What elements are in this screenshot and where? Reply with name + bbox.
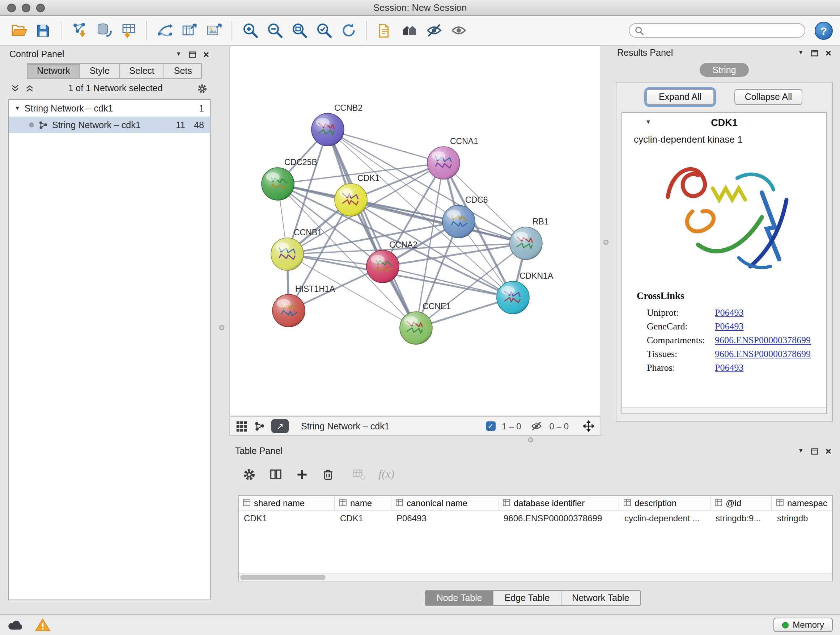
- collapse-panel-icon[interactable]: ▼: [798, 50, 804, 56]
- close-panel-icon[interactable]: ×: [203, 49, 209, 59]
- export-table-button[interactable]: [178, 19, 201, 42]
- column-header-shared-name[interactable]: shared name: [239, 496, 335, 510]
- tab-node-table[interactable]: Node Table: [425, 590, 494, 606]
- open-in-window-button[interactable]: ↗: [271, 419, 289, 433]
- tree-expand-caret[interactable]: ▼: [14, 105, 20, 111]
- zoom-selected-button[interactable]: [313, 19, 335, 42]
- splitter-handle[interactable]: [219, 325, 224, 330]
- hidden-eye-icon[interactable]: [531, 420, 543, 432]
- column-header-name[interactable]: name: [335, 496, 392, 510]
- table-row[interactable]: CDK1CDK1P064939606.ENSP00000378699cyclin…: [239, 511, 832, 526]
- zoom-fit-button[interactable]: [288, 19, 310, 42]
- warning-button[interactable]: [35, 618, 51, 632]
- tab-network-table[interactable]: Network Table: [561, 590, 641, 606]
- tab-edge-table[interactable]: Edge Table: [493, 590, 561, 606]
- gear-icon[interactable]: [197, 83, 208, 94]
- export-table-icon: [180, 22, 198, 39]
- network-node-cdc25b[interactable]: CDC25B: [262, 157, 317, 200]
- tab-network[interactable]: Network: [27, 63, 80, 79]
- float-panel-icon[interactable]: [811, 50, 818, 56]
- memory-button[interactable]: Memory: [773, 618, 833, 632]
- network-node-cdkn1a[interactable]: CDKN1A: [497, 271, 554, 314]
- splitter-handle[interactable]: [528, 437, 533, 442]
- column-header--id[interactable]: @id: [711, 496, 772, 510]
- crosslink-link[interactable]: P06493: [715, 307, 744, 318]
- network-node-cdk1[interactable]: CDK1: [335, 173, 379, 216]
- share-view-button[interactable]: [254, 421, 265, 432]
- column-header-namespac[interactable]: namespac: [772, 496, 833, 510]
- crosslink-link[interactable]: P06493: [715, 320, 744, 332]
- splitter-handle[interactable]: [603, 240, 608, 245]
- import-network-file-button[interactable]: [68, 19, 90, 42]
- export-image-button[interactable]: [202, 19, 225, 42]
- import-network-database-button[interactable]: [93, 19, 115, 42]
- collapse-all-icon[interactable]: [11, 84, 19, 93]
- network-graph[interactable]: CCNB2CCNA1CDC25BCDK1CDC6RB1CCNB1CCNA2CDK…: [230, 46, 600, 416]
- hide-selected-button[interactable]: [423, 19, 445, 42]
- create-column-button[interactable]: [295, 467, 309, 481]
- help-button[interactable]: ?: [815, 21, 833, 40]
- column-header-database-identifier[interactable]: database identifier: [499, 496, 619, 510]
- function-builder-button[interactable]: f(x): [378, 468, 394, 481]
- expand-all-button[interactable]: Expand All: [646, 89, 714, 105]
- table-cell[interactable]: cyclin-dependent ...: [619, 511, 711, 526]
- tab-sets[interactable]: Sets: [164, 63, 202, 79]
- horizontal-scrollbar[interactable]: [239, 573, 832, 581]
- table-cell[interactable]: P06493: [392, 511, 499, 526]
- table-cell[interactable]: CDK1: [335, 511, 392, 526]
- window-zoom-button[interactable]: [36, 3, 45, 12]
- table-cell[interactable]: stringdb: [772, 511, 833, 526]
- network-node-ccna1[interactable]: CCNA1: [427, 136, 478, 179]
- export-network-button[interactable]: [153, 19, 176, 42]
- table-options-button[interactable]: [242, 467, 256, 481]
- table-cell[interactable]: 9606.ENSP00000378699: [499, 511, 619, 526]
- crosslink-link[interactable]: 9606.ENSP00000378699: [715, 348, 811, 359]
- refresh-button[interactable]: [337, 19, 360, 42]
- string-tab[interactable]: String: [699, 63, 749, 77]
- expand-all-icon[interactable]: [25, 84, 34, 93]
- network-row[interactable]: String Network – cdk1 11 48: [9, 117, 210, 133]
- window-minimize-button[interactable]: [22, 3, 30, 12]
- scrollbar-thumb[interactable]: [240, 575, 325, 580]
- zoom-in-button[interactable]: [239, 19, 261, 42]
- crosslink-link[interactable]: 9606.ENSP00000378699: [715, 334, 811, 346]
- close-panel-icon[interactable]: ×: [826, 48, 831, 58]
- table-cell[interactable]: CDK1: [239, 511, 335, 526]
- float-panel-icon[interactable]: [811, 448, 818, 454]
- network-node-rb1[interactable]: RB1: [510, 217, 549, 260]
- grid-view-button[interactable]: [236, 420, 248, 432]
- show-all-button[interactable]: [447, 19, 470, 42]
- import-table-button[interactable]: [117, 19, 140, 42]
- collapse-all-button[interactable]: Collapse All: [734, 89, 802, 105]
- search-input[interactable]: [647, 25, 799, 35]
- window-close-button[interactable]: [7, 3, 16, 12]
- first-neighbors-button[interactable]: [398, 19, 420, 42]
- column-header-canonical-name[interactable]: canonical name: [392, 496, 499, 510]
- notes-document-button[interactable]: [373, 19, 396, 42]
- tab-select[interactable]: Select: [119, 63, 164, 79]
- tab-style[interactable]: Style: [80, 63, 119, 79]
- network-canvas[interactable]: CCNB2CCNA1CDC25BCDK1CDC6RB1CCNB1CCNA2CDK…: [229, 46, 601, 416]
- table-cell[interactable]: stringdb:9...: [711, 511, 772, 526]
- delete-column-button[interactable]: [321, 467, 335, 481]
- gene-collapse-caret[interactable]: ▼: [645, 119, 651, 125]
- selected-checkbox-icon[interactable]: ✓: [486, 421, 495, 431]
- delete-table-button[interactable]: [352, 467, 366, 481]
- show-columns-button[interactable]: [268, 467, 283, 481]
- zoom-out-button[interactable]: [264, 19, 286, 42]
- column-header-description[interactable]: description: [619, 496, 711, 510]
- card-scrollbar[interactable]: [622, 407, 826, 413]
- open-session-button[interactable]: [7, 19, 30, 42]
- crosslink-link[interactable]: P06493: [715, 362, 744, 373]
- network-node-ccnb2[interactable]: CCNB2: [311, 103, 363, 146]
- close-panel-icon[interactable]: ×: [826, 446, 831, 456]
- cloud-button[interactable]: [7, 619, 25, 631]
- birdseye-toggle-button[interactable]: [583, 420, 595, 432]
- search-box[interactable]: [629, 23, 805, 38]
- network-collection-row[interactable]: ▼ String Network – cdk1 1: [9, 100, 210, 117]
- network-node-hist1h1a[interactable]: HIST1H1A: [272, 284, 335, 327]
- collapse-panel-icon[interactable]: ▼: [176, 51, 182, 57]
- float-panel-icon[interactable]: [189, 51, 196, 57]
- save-session-button[interactable]: [32, 19, 54, 42]
- collapse-panel-icon[interactable]: ▼: [798, 448, 804, 454]
